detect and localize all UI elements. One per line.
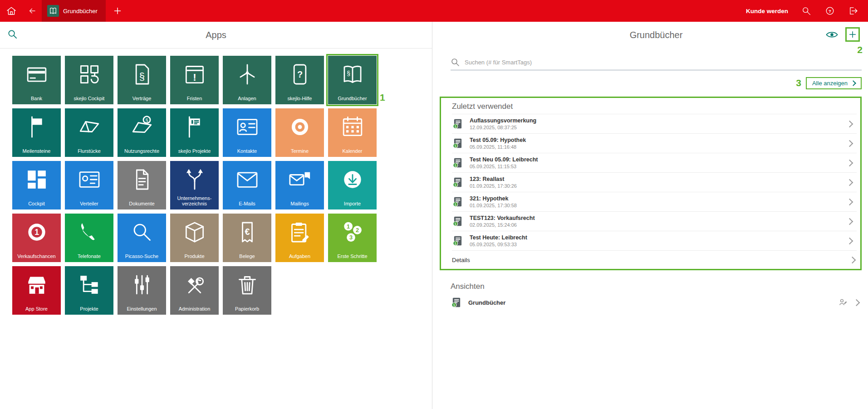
- app-tile-verteiler[interactable]: Verteiler: [65, 161, 113, 209]
- tile-label: Kontakte: [225, 148, 270, 154]
- app-tile-termine[interactable]: Termine: [275, 108, 324, 157]
- tile-label: Verteiler: [67, 201, 112, 207]
- org-branch-icon: [182, 167, 207, 192]
- svg-text:§: §: [453, 303, 455, 307]
- details-row[interactable]: Details: [452, 250, 857, 269]
- recent-item[interactable]: §Test Heute: Leibrecht05.09.2025, 09:53:…: [452, 231, 857, 250]
- tile-label: Bank: [14, 96, 59, 102]
- recent-item[interactable]: §Auflassungsvormerkung12.09.2025, 08:37:…: [452, 114, 857, 133]
- search-icon: [801, 5, 812, 16]
- app-tile-skejlo-projekte[interactable]: skejlo Projekte: [170, 108, 219, 157]
- app-tile-aufgaben[interactable]: Aufgaben: [275, 214, 324, 262]
- app-tile-skejlo-hilfe[interactable]: ?skejlo-Hilfe: [275, 56, 324, 104]
- app-tile-cockpit[interactable]: Cockpit: [12, 161, 61, 209]
- app-tile-projekte[interactable]: Projekte: [65, 266, 113, 315]
- recent-item-title: TEST123: Vorkaufsrecht: [470, 215, 535, 221]
- document-icon: [129, 167, 155, 192]
- app-tile-bank[interactable]: Bank: [12, 56, 61, 104]
- new-tab-button[interactable]: [106, 0, 129, 22]
- sales-target-icon: 1: [24, 219, 49, 245]
- app-tile-papierkorb[interactable]: Papierkorb: [223, 266, 271, 315]
- recent-item[interactable]: §321: Hypothek01.09.2025, 17:30:58: [452, 192, 857, 211]
- view-item-grundbuecher[interactable]: §Grundbücher: [451, 291, 862, 314]
- tile-label: Grundbücher: [330, 96, 375, 102]
- app-tile-e-mails[interactable]: E-Mails: [223, 161, 271, 209]
- home-button[interactable]: [0, 0, 23, 22]
- topbar-search-button[interactable]: [801, 5, 812, 16]
- app-tile-mailings[interactable]: Mailings: [275, 161, 324, 209]
- add-grundbuch-button[interactable]: [845, 27, 860, 42]
- app-tile-dokumente[interactable]: Dokumente: [118, 161, 166, 209]
- app-tile-anlagen[interactable]: Anlagen: [223, 56, 271, 104]
- appointment-target-icon: [287, 114, 313, 140]
- tile-label: Anlagen: [225, 96, 270, 102]
- svg-text:§: §: [455, 164, 456, 167]
- grundbuecher-title: Grundbücher: [451, 30, 862, 40]
- chevron-right-icon: [846, 198, 853, 205]
- tile-label: Unternehmens-verzeichnis: [172, 195, 217, 207]
- views-title: Ansichten: [451, 282, 862, 291]
- back-button[interactable]: [23, 0, 42, 22]
- app-tile-vertraege[interactable]: §Verträge: [118, 56, 166, 104]
- projects-flag-icon: [182, 114, 207, 140]
- logout-icon: [848, 5, 859, 16]
- app-tile-grundbuecher[interactable]: §Grundbücher: [328, 56, 377, 104]
- apps-panel: Apps Bankskejlo Cockpit§Verträge!Fristen…: [0, 22, 432, 409]
- recent-item[interactable]: §TEST123: Vorkaufsrecht02.09.2025, 15:24…: [452, 211, 857, 231]
- recent-item-title: Test Heute: Leibrecht: [470, 234, 527, 241]
- svg-text:§: §: [455, 125, 456, 128]
- app-tile-importe[interactable]: Importe: [328, 161, 377, 209]
- app-tile-skejlo-cockpit[interactable]: skejlo Cockpit: [65, 56, 113, 104]
- app-tile-verkaufschancen[interactable]: 1Verkaufschancen: [12, 214, 61, 262]
- chevron-right-icon: [849, 256, 856, 263]
- svg-text:2: 2: [355, 227, 358, 234]
- recent-title: Zuletzt verwendet: [452, 98, 857, 114]
- logout-button[interactable]: [848, 5, 859, 16]
- tile-label: Cockpit: [14, 201, 59, 207]
- annotation-1-label: 1: [380, 92, 385, 103]
- projects-tree-icon: [77, 272, 102, 297]
- app-tile-telefonate[interactable]: Telefonate: [65, 214, 113, 262]
- app-tile-erste-schritte[interactable]: 123Erste Schritte: [328, 214, 377, 262]
- recent-item[interactable]: §Test Neu 05.09: Leibrecht05.09.2025, 11…: [452, 153, 857, 172]
- app-tile-einstellungen[interactable]: Einstellungen: [118, 266, 166, 315]
- recent-item[interactable]: §123: Reallast01.09.2025, 17:30:26: [452, 172, 857, 192]
- app-tile-meilensteine[interactable]: Meilensteine: [12, 108, 61, 157]
- chevron-right-icon: [846, 218, 853, 225]
- app-tile-belege[interactable]: €Belege: [223, 214, 271, 262]
- tile-label: Mailings: [277, 201, 322, 207]
- tab-grundbuecher[interactable]: Grundbücher: [42, 0, 106, 22]
- chevron-right-icon: [846, 140, 853, 147]
- milestone-flag-icon: [24, 114, 49, 140]
- svg-text:3: 3: [349, 234, 352, 241]
- app-tile-app-store[interactable]: App Store: [12, 266, 61, 315]
- receipt-euro-icon: €: [235, 219, 260, 245]
- grundbuch-icon: §: [452, 118, 464, 130]
- kunde-werden-link[interactable]: Kunde werden: [746, 8, 788, 15]
- bank-card-icon: [24, 62, 49, 87]
- plus-icon: [848, 30, 857, 39]
- app-tile-fristen[interactable]: !Fristen: [170, 56, 219, 104]
- plus-icon: [112, 5, 123, 16]
- app-tile-unternehmens-verzeichnis[interactable]: Unternehmens-verzeichnis: [170, 161, 219, 209]
- recent-item[interactable]: §Test 05.09: Hypothek05.09.2025, 11:16:4…: [452, 133, 857, 153]
- show-all-link[interactable]: Alle anzeigen: [806, 77, 862, 89]
- app-tile-picasso-suche[interactable]: Picasso-Suche: [118, 214, 166, 262]
- user-edit-icon[interactable]: [839, 298, 848, 307]
- app-tile-grid: Bankskejlo Cockpit§Verträge!FristenAnlag…: [0, 49, 432, 315]
- app-tile-kalender[interactable]: Kalender: [328, 108, 377, 157]
- preview-eye-icon[interactable]: [826, 30, 838, 39]
- help-button[interactable]: ?: [824, 5, 835, 16]
- app-tile-flurstuecke[interactable]: Flurstücke: [65, 108, 113, 157]
- grundbuch-search-input[interactable]: [464, 58, 862, 66]
- product-box-icon: [182, 219, 207, 245]
- usage-rights-icon: §: [129, 114, 155, 140]
- recent-item-timestamp: 05.09.2025, 11:16:48: [470, 144, 526, 150]
- app-tile-nutzungsrechte[interactable]: §Nutzungsrechte: [118, 108, 166, 157]
- app-tile-kontakte[interactable]: Kontakte: [223, 108, 271, 157]
- home-icon: [6, 5, 17, 16]
- app-tile-administration[interactable]: Administration: [170, 266, 219, 315]
- app-tile-produkte[interactable]: Produkte: [170, 214, 219, 262]
- steps-123-icon: 123: [340, 219, 365, 245]
- back-arrow-icon: [27, 5, 38, 16]
